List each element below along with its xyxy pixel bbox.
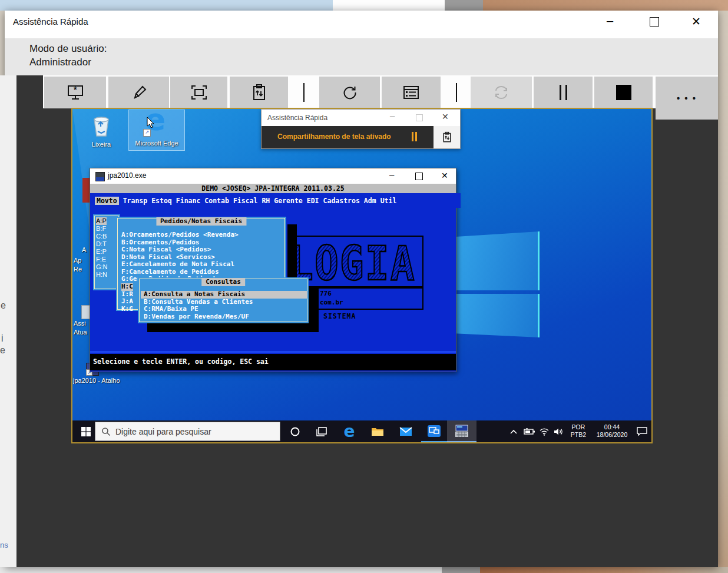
consultas-menu: Consultas A:Consulta a Notas Fiscais B:C…	[138, 277, 309, 323]
menubar-item[interactable]: Financ	[176, 197, 201, 205]
mini-maximize-button[interactable]	[416, 114, 423, 121]
dos-app-icon	[95, 172, 105, 181]
menubar-item[interactable]: Gerente	[274, 197, 302, 205]
partial-icon-label: Assi	[74, 320, 90, 327]
mouse-cursor	[147, 117, 155, 129]
menu-item[interactable]: B:F	[96, 225, 106, 233]
quick-assist-taskbar-button[interactable]	[421, 420, 447, 442]
dos-maximize-button[interactable]	[415, 173, 423, 180]
jpa-app-taskbar-button[interactable]	[447, 420, 476, 442]
dos-status-bar: Selecione e tecle ENTER, ou codigo, ESC …	[90, 354, 456, 370]
menu-item[interactable]: E:P	[96, 248, 107, 256]
ellipsis-icon: • • •	[677, 93, 697, 103]
menu-item-partial[interactable]: H:C	[121, 283, 133, 291]
menu-shadow	[147, 323, 319, 332]
task-view-icon	[316, 427, 327, 436]
tray-volume-button[interactable]	[551, 420, 567, 442]
partial-icon-red	[82, 178, 90, 203]
mail-button[interactable]	[393, 420, 419, 442]
bg-letter-fragment: i	[1, 333, 4, 344]
menu-item[interactable]: F:E	[96, 256, 106, 263]
menubar-item[interactable]: Adm	[364, 197, 376, 205]
annotate-button[interactable]	[108, 77, 169, 108]
svg-text:*: *	[74, 85, 77, 94]
menu-item[interactable]: E:Cancelamento de Nota Fiscal	[121, 261, 234, 269]
restart-button[interactable]	[319, 77, 380, 108]
menu-item[interactable]: C:RMA/Baixa PE	[144, 306, 198, 313]
instruction-channel-button[interactable]	[230, 77, 288, 108]
tray-wifi-button[interactable]	[537, 420, 552, 442]
menu-item-selected[interactable]: A:Consulta a Notas Fiscais	[141, 291, 307, 299]
menubar-item[interactable]: Transp	[123, 197, 148, 205]
action-center-icon	[637, 427, 647, 436]
tray-chevron-button[interactable]	[506, 420, 521, 442]
shortcut-arrow-badge: ↗	[143, 129, 151, 137]
tray-clock[interactable]: 00:44 18/06/2020	[591, 423, 633, 439]
mini-minimize-button[interactable]: –	[390, 111, 395, 121]
menubar-item[interactable]: Cadastros	[323, 197, 360, 205]
taskbar-edge-button[interactable]: e	[336, 420, 362, 442]
clipboard-arrows-icon	[251, 84, 267, 101]
fit-screen-button[interactable]	[170, 77, 227, 108]
menubar-item[interactable]: Fiscal	[233, 197, 258, 205]
user-mode-label: Modo de usuário:	[29, 43, 107, 55]
stop-icon	[616, 85, 631, 100]
tray-language[interactable]: POR PTB2	[567, 423, 590, 439]
dos-close-button[interactable]: ✕	[441, 171, 448, 180]
search-icon	[101, 427, 111, 436]
partial-icon-label: Atua	[74, 329, 90, 336]
stop-button[interactable]	[594, 77, 653, 108]
menu-item[interactable]: A:P	[96, 217, 107, 225]
more-button[interactable]: • • •	[656, 77, 718, 120]
mini-pause-icon[interactable]	[412, 132, 413, 141]
dos-menubar: Movto Transp Estoq Financ Contab Fiscal …	[90, 193, 461, 208]
task-view-button[interactable]	[309, 420, 334, 442]
dos-status-text: Selecione e tecle ENTER, ou codigo, ESC …	[93, 357, 269, 366]
close-button[interactable]: ✕	[691, 15, 701, 28]
bg-bottom-photo	[480, 567, 728, 573]
menubar-item[interactable]: Contab	[204, 197, 229, 205]
menu-item[interactable]: D:T	[96, 240, 107, 248]
art-line: 776	[320, 290, 332, 297]
desktop-icon-edge[interactable]: e ↗ Microsoft Edge	[128, 110, 185, 151]
menubar-item[interactable]: Util	[380, 197, 397, 205]
mini-clipboard-button[interactable]	[434, 126, 460, 148]
dos-minimize-button[interactable]: –	[389, 169, 394, 179]
menubar-item-movto[interactable]: Movto	[95, 197, 119, 205]
refresh-button-disabled	[471, 77, 532, 108]
cortana-button[interactable]	[283, 420, 307, 442]
menu-item[interactable]: C:B	[96, 233, 107, 240]
menu-item[interactable]: D:Vendas por Revenda/Mes/UF	[144, 313, 249, 321]
maximize-button[interactable]	[650, 17, 659, 27]
taskbar-search[interactable]: Digite aqui para pesquisar	[95, 422, 280, 441]
select-monitor-button[interactable]: *	[44, 77, 106, 108]
bg-letter-fragment: e	[1, 300, 6, 311]
mini-status-bar: Compartilhamento de tela ativado	[262, 126, 434, 148]
start-button[interactable]	[77, 420, 95, 442]
menu-item[interactable]: H:N	[96, 271, 107, 279]
menubar-item[interactable]: EDI	[307, 197, 319, 205]
monitor-asterisk-icon: *	[67, 84, 84, 101]
menubar-item[interactable]: RH	[262, 197, 270, 205]
minimize-button[interactable]: –	[607, 14, 613, 28]
desktop-icon-lixeira[interactable]: Lixeira	[78, 114, 124, 150]
menu-item[interactable]: G:N	[96, 263, 108, 271]
pause-button[interactable]	[534, 77, 593, 108]
windows-logo-bottom-pane	[448, 294, 540, 337]
menubar-item[interactable]: Estoq	[151, 197, 172, 205]
tray-battery-button[interactable]	[521, 420, 538, 442]
menu-item[interactable]: A:Orcamentos/Pedidos <Revenda>	[121, 231, 239, 239]
desktop-icon-label: Microsoft Edge	[129, 140, 184, 147]
menu-item-partial[interactable]: K:G	[121, 306, 133, 313]
task-manager-button[interactable]	[382, 77, 441, 108]
menu-item-partial[interactable]: J:A	[121, 298, 133, 306]
file-explorer-button[interactable]	[365, 420, 391, 442]
mini-close-button[interactable]: ✕	[442, 112, 449, 121]
toolbar-divider-2	[456, 83, 457, 102]
pause-icon	[560, 85, 561, 100]
dos-titlebar: jpa2010.exe – ✕	[90, 168, 456, 184]
language-code: POR	[567, 423, 590, 431]
bg-right-strip	[718, 11, 728, 573]
action-center-button[interactable]	[633, 420, 651, 442]
menu-item[interactable]: C:Nota Fiscal <Pedidos>	[121, 246, 211, 254]
